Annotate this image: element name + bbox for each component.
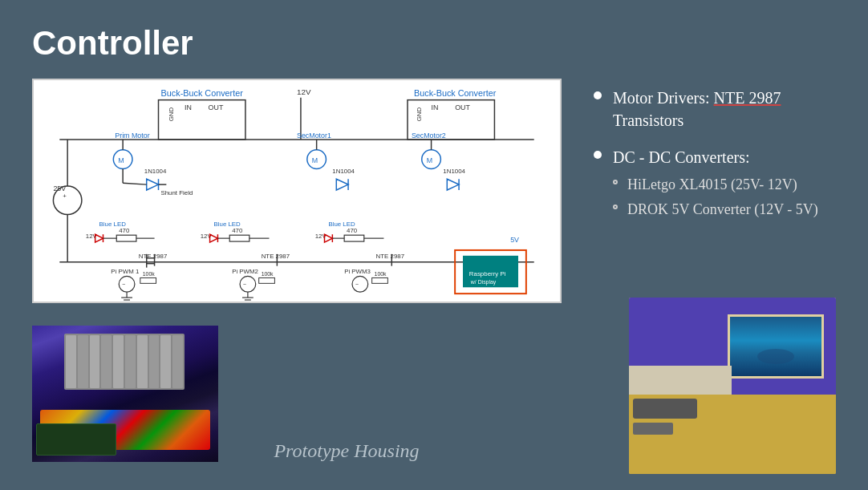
sub-bullet-list: HiLetgo XL4015 (25V- 12V) DROK 5V Conver… <box>613 175 818 220</box>
svg-text:Pi PWM2: Pi PWM2 <box>232 269 258 276</box>
bullet-dot-1 <box>594 91 602 99</box>
housing-box-top <box>629 298 836 395</box>
svg-text:Buck-Buck Converter: Buck-Buck Converter <box>414 88 497 98</box>
svg-text:GND: GND <box>416 107 423 121</box>
svg-text:~: ~ <box>122 281 125 287</box>
housing-photo-right <box>629 298 836 474</box>
svg-text:SecMotor2: SecMotor2 <box>412 132 446 140</box>
svg-text:100k: 100k <box>143 271 155 277</box>
motor-text-suffix: Transistors <box>613 111 683 129</box>
svg-text:GND: GND <box>168 107 175 121</box>
circuit-diagram: Buck-Buck Converter Buck-Buck Converter … <box>32 79 562 303</box>
svg-text:470: 470 <box>232 227 243 234</box>
housing-box-bottom <box>629 395 836 474</box>
svg-text:NTE 2987: NTE 2987 <box>376 253 404 260</box>
svg-text:Buck-Buck Converter: Buck-Buck Converter <box>161 88 244 98</box>
svg-text:1N1004: 1N1004 <box>332 168 355 175</box>
svg-text:M: M <box>312 156 318 164</box>
svg-text:Raspberry Pi: Raspberry Pi <box>469 270 506 277</box>
svg-text:IN: IN <box>432 103 439 111</box>
sub-dot-2 <box>613 205 618 209</box>
housing-photo-left <box>32 326 218 462</box>
bullet-item-dc-converters: DC - DC Converters: HiLetgo XL4015 (25V-… <box>594 146 836 225</box>
svg-text:Pi PWM 1: Pi PWM 1 <box>111 269 139 276</box>
bullet-text-motor: Motor Drivers: NTE 2987 Transistors <box>613 87 836 132</box>
svg-text:OUT: OUT <box>455 103 470 111</box>
svg-text:NTE 2987: NTE 2987 <box>262 253 290 260</box>
svg-text:~: ~ <box>355 281 359 287</box>
svg-text:470: 470 <box>347 227 358 234</box>
housing-screen <box>728 314 824 379</box>
svg-text:IN: IN <box>185 103 192 111</box>
svg-text:Pi PWM3: Pi PWM3 <box>344 269 371 276</box>
page-title: Controller <box>32 24 836 63</box>
svg-text:1N1004: 1N1004 <box>144 168 167 175</box>
svg-text:w/ Display: w/ Display <box>470 279 497 285</box>
bullet-list: Motor Drivers: NTE 2987 Transistors DC -… <box>594 87 836 225</box>
bullet-text-dc: DC - DC Converters: HiLetgo XL4015 (25V-… <box>613 146 818 225</box>
svg-text:1N1004: 1N1004 <box>443 168 465 175</box>
svg-text:100k: 100k <box>262 271 274 277</box>
slide: Controller Buck-Buck Converter Buck-Buck… <box>0 0 868 490</box>
bullet-dot-2 <box>594 151 602 159</box>
svg-text:Shunt Field: Shunt Field <box>160 189 193 196</box>
svg-text:470: 470 <box>119 227 130 234</box>
svg-text:Prim Motor: Prim Motor <box>115 132 149 140</box>
housing-inner <box>32 326 218 462</box>
sub-text-2: DROK 5V Converter (12V - 5V) <box>627 200 818 220</box>
svg-text:5V: 5V <box>510 236 519 244</box>
motor-text-prefix: Motor Drivers: <box>613 89 714 107</box>
prototype-housing-label: Prototype Housing <box>234 392 459 462</box>
bottom-row: Prototype Housing <box>32 326 562 462</box>
sub-text-1: HiLetgo XL4015 (25V- 12V) <box>627 175 797 195</box>
svg-text:+: + <box>63 192 67 200</box>
svg-text:M: M <box>118 156 124 164</box>
svg-text:OUT: OUT <box>209 103 224 111</box>
svg-text:SecMotor1: SecMotor1 <box>297 132 331 140</box>
bullet-item-motor-drivers: Motor Drivers: NTE 2987 Transistors <box>594 87 836 132</box>
sub-bullet-item-2: DROK 5V Converter (12V - 5V) <box>613 200 818 220</box>
right-column: Motor Drivers: NTE 2987 Transistors DC -… <box>578 79 836 462</box>
prototype-housing-label-container: Prototype Housing <box>218 392 562 462</box>
left-column: Buck-Buck Converter Buck-Buck Converter … <box>32 79 562 462</box>
svg-text:100k: 100k <box>375 271 387 277</box>
svg-text:25V: 25V <box>53 184 66 192</box>
svg-text:~: ~ <box>243 281 246 287</box>
svg-text:M: M <box>427 156 432 164</box>
sub-dot-1 <box>613 180 618 184</box>
svg-text:12V: 12V <box>297 87 311 96</box>
sub-bullet-item-1: HiLetgo XL4015 (25V- 12V) <box>613 175 818 195</box>
dc-text: DC - DC Converters: <box>613 148 750 166</box>
content-area: Buck-Buck Converter Buck-Buck Converter … <box>32 79 836 462</box>
motor-text-highlight: NTE 2987 <box>714 89 781 107</box>
